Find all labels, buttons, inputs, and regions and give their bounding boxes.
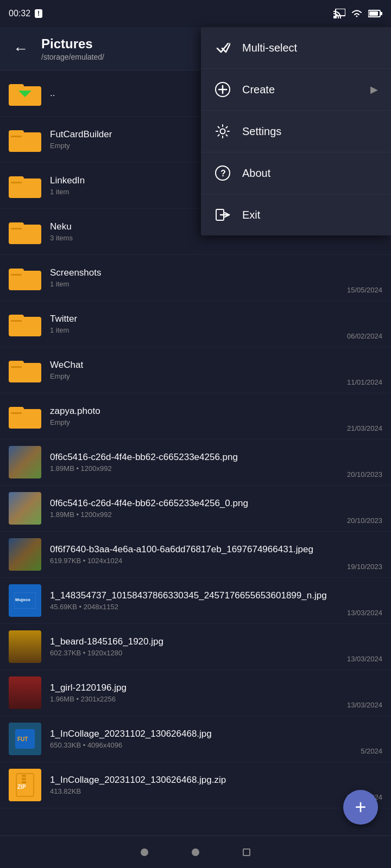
gear-icon: [214, 123, 231, 140]
menu-item-label: Create: [242, 84, 360, 96]
menu-item-exit[interactable]: Exit: [201, 194, 391, 235]
question-circle-icon: ?: [214, 164, 231, 182]
menu-item-about[interactable]: ? About: [201, 152, 391, 194]
menu-item-multi-select[interactable]: Multi-select: [201, 27, 391, 69]
menu-item-label: Exit: [242, 209, 378, 221]
svg-point-41: [220, 129, 225, 134]
plus-circle-icon: [214, 81, 231, 98]
checkmark-icon: [214, 39, 231, 56]
menu-overlay: Multi-select Create ▶ Settings: [0, 0, 391, 868]
menu-item-settings[interactable]: Settings: [201, 111, 391, 152]
menu-item-label: About: [242, 167, 378, 180]
menu-item-label: Multi-select: [242, 42, 378, 54]
chevron-right-icon: ▶: [370, 84, 378, 95]
exit-icon: [214, 206, 231, 224]
menu-backdrop[interactable]: [0, 0, 201, 868]
menu-item-create[interactable]: Create ▶: [201, 69, 391, 111]
svg-text:?: ?: [220, 169, 226, 178]
dropdown-menu: Multi-select Create ▶ Settings: [201, 27, 391, 235]
menu-item-label: Settings: [242, 125, 378, 138]
